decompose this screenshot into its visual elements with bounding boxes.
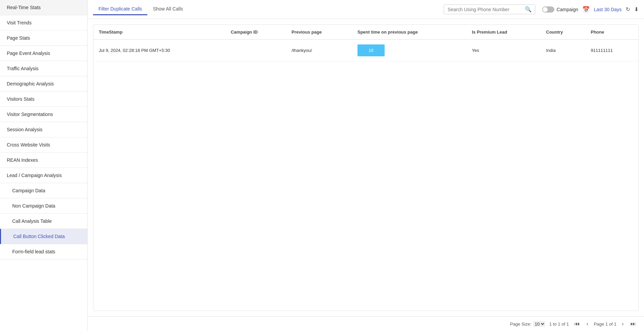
- sidebar-item-traffic-analysis[interactable]: Traffic Analysis: [0, 61, 87, 76]
- search-box: 🔍: [444, 4, 535, 14]
- cell-campaign_id: [225, 40, 286, 61]
- sidebar-item-session-analysis[interactable]: Session Analysis: [0, 122, 87, 137]
- sidebar-item-page-stats[interactable]: Page Stats: [0, 31, 87, 46]
- column-header-phone: Phone: [585, 25, 638, 40]
- sidebar-item-visitor-segmentations[interactable]: Visitor Segmentations: [0, 107, 87, 122]
- toolbar: Filter Duplicate CallsShow All Calls 🔍 C…: [88, 0, 644, 19]
- toggle-area: Campaign: [542, 6, 578, 13]
- table-row: Jul 9, 2024, 02:28:18 PM GMT+5:30/thanky…: [93, 40, 638, 61]
- sidebar-item-non-campaign-data[interactable]: Non Campaign Data: [0, 198, 87, 214]
- sidebar: Real-Time StatsVisit TrendsPage StatsPag…: [0, 0, 88, 331]
- date-range[interactable]: Last 30 Days: [594, 7, 622, 12]
- calendar-icon[interactable]: 📅: [582, 6, 590, 13]
- cell-country: India: [541, 40, 585, 61]
- data-table: TimeStampCampaign IDPrevious pageSpent t…: [93, 25, 638, 61]
- sidebar-item-call-button-clicked-data[interactable]: Call Button Clicked Data: [0, 229, 87, 244]
- sidebar-item-campaign-data[interactable]: Campaign Data: [0, 183, 87, 198]
- sidebar-item-visit-trends[interactable]: Visit Trends: [0, 15, 87, 31]
- refresh-icon[interactable]: ↻: [626, 6, 630, 13]
- toggle-label: Campaign: [556, 7, 578, 12]
- prev-page-button[interactable]: ‹: [585, 320, 590, 328]
- sidebar-item-real-time-stats[interactable]: Real-Time Stats: [0, 0, 87, 15]
- pagination-bar: Page Size: 10 25 50 1 to 1 of 1 ⏮ ‹ Page…: [88, 316, 644, 331]
- sidebar-item-form-field-lead-stats[interactable]: Form-field lead stats: [0, 244, 87, 259]
- column-header-spent-time: Spent time on previous page: [352, 25, 466, 40]
- search-input[interactable]: [447, 7, 522, 12]
- table-body: Jul 9, 2024, 02:28:18 PM GMT+5:30/thanky…: [93, 40, 638, 61]
- table-area: TimeStampCampaign IDPrevious pageSpent t…: [93, 24, 639, 311]
- page-of-label: Page 1 of 1: [594, 322, 617, 327]
- sidebar-item-rean-indexes[interactable]: REAN Indexes: [0, 153, 87, 168]
- column-header-previous-page: Previous page: [286, 25, 352, 40]
- cell-timestamp: Jul 9, 2024, 02:28:18 PM GMT+5:30: [93, 40, 225, 61]
- column-header-is-premium-lead: Is Premium Lead: [466, 25, 541, 40]
- table-header-row: TimeStampCampaign IDPrevious pageSpent t…: [93, 25, 638, 40]
- page-size-select[interactable]: 10 25 50: [533, 321, 545, 327]
- sidebar-item-cross-website-visits[interactable]: Cross Website Visits: [0, 137, 87, 153]
- tab-show-all-calls[interactable]: Show All Calls: [147, 3, 188, 15]
- page-size-area: Page Size: 10 25 50: [510, 321, 545, 327]
- sidebar-item-call-analysis-table[interactable]: Call Analysis Table: [0, 214, 87, 229]
- download-icon[interactable]: ⬇: [634, 6, 639, 13]
- page-range-info: 1 to 1 of 1: [549, 322, 569, 327]
- sidebar-item-visitors-stats[interactable]: Visitors Stats: [0, 92, 87, 107]
- sidebar-item-demographic-analysis[interactable]: Demographic Analysis: [0, 76, 87, 92]
- cell-previous_page: /thankyou/: [286, 40, 352, 61]
- cell-phone: 911111111: [585, 40, 638, 61]
- column-header-campaign-id: Campaign ID: [225, 25, 286, 40]
- column-header-timestamp: TimeStamp: [93, 25, 225, 40]
- main-content: Filter Duplicate CallsShow All Calls 🔍 C…: [88, 0, 644, 331]
- first-page-button[interactable]: ⏮: [573, 320, 581, 328]
- cell-is_premium_lead: Yes: [466, 40, 541, 61]
- tab-bar: Filter Duplicate CallsShow All Calls: [93, 3, 188, 15]
- sidebar-item-lead-campaign-analysis[interactable]: Lead / Campaign Analysis: [0, 168, 87, 183]
- next-page-button[interactable]: ›: [621, 320, 625, 328]
- campaign-toggle[interactable]: [542, 6, 554, 13]
- last-page-button[interactable]: ⏭: [629, 320, 637, 328]
- column-header-country: Country: [541, 25, 585, 40]
- sidebar-item-page-event-analysis[interactable]: Page Event Analysis: [0, 46, 87, 61]
- cell-spent_time: 16: [352, 40, 466, 61]
- search-icon-button[interactable]: 🔍: [525, 6, 532, 13]
- tab-filter-duplicate-calls[interactable]: Filter Duplicate Calls: [93, 3, 147, 15]
- page-size-label: Page Size:: [510, 322, 531, 327]
